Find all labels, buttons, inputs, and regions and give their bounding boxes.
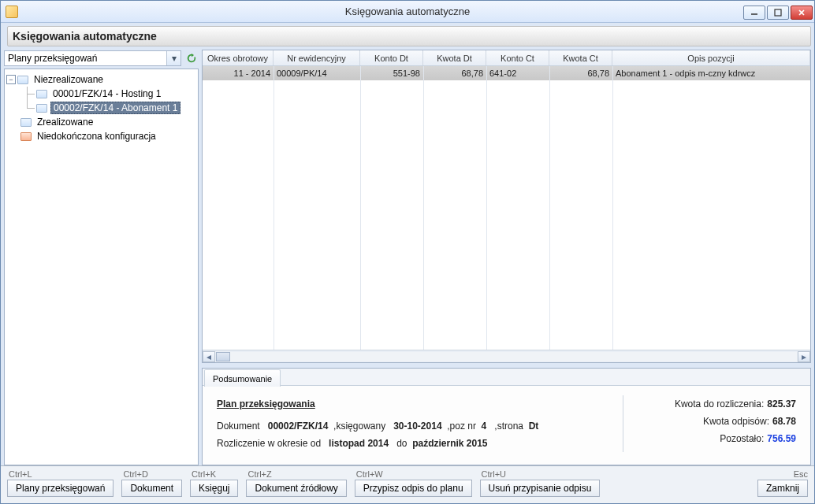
cell-opis: Abonament 1 - odpis m-czny kdrwcz bbox=[612, 69, 810, 78]
summary-total-label: Kwota do rozliczenia: bbox=[675, 395, 764, 413]
grid-hscroll[interactable]: ◂ ▸ bbox=[203, 350, 810, 362]
summary-odp-value: 68.78 bbox=[772, 413, 796, 430]
refresh-button[interactable] bbox=[184, 51, 199, 65]
summary-total-value: 825.37 bbox=[767, 395, 796, 413]
col-kwota-ct[interactable]: Kwota Ct bbox=[549, 50, 612, 65]
cell-konto-ct: 641-02 bbox=[486, 69, 549, 78]
tree-node-label: Niedokończona konfiguracja bbox=[35, 131, 158, 142]
summary-side-label: ,strona bbox=[494, 421, 523, 432]
tree-node-realized[interactable]: Zrealizowane bbox=[6, 115, 196, 129]
summary-left-label: Pozostało: bbox=[720, 430, 764, 447]
page-title: Księgowania automatyczne bbox=[13, 30, 157, 43]
cell-kwota-dt: 68,78 bbox=[423, 69, 486, 78]
close-button[interactable] bbox=[791, 6, 813, 20]
plans-dropdown[interactable]: Plany przeksięgowań ▾ bbox=[4, 50, 181, 66]
col-docno[interactable]: Nr ewidencyjny bbox=[274, 50, 360, 65]
cell-kwota-ct: 68,78 bbox=[549, 69, 612, 78]
tree-node-label: 00001/FZK/14 - Hosting 1 bbox=[50, 88, 163, 99]
scroll-right-icon[interactable]: ▸ bbox=[798, 351, 810, 362]
folder-icon bbox=[17, 76, 28, 84]
scroll-thumb[interactable] bbox=[216, 352, 230, 361]
col-konto-dt[interactable]: Konto Dt bbox=[360, 50, 423, 65]
col-kwota-dt[interactable]: Kwota Dt bbox=[423, 50, 486, 65]
summary-panel: Podsumowanie Plan przeksięgowania Dokume… bbox=[202, 368, 811, 465]
tree-node-incomplete[interactable]: Niedokończona konfiguracja bbox=[6, 129, 196, 143]
refresh-icon bbox=[186, 53, 197, 64]
minimize-button[interactable] bbox=[743, 6, 765, 20]
plans-dropdown-value: Plany przeksięgowań bbox=[8, 53, 97, 64]
plans-button[interactable]: Plany przeksięgowań bbox=[7, 480, 114, 497]
summary-total-row: Kwota do rozliczenia: 825.37 bbox=[635, 395, 796, 413]
collapse-icon[interactable]: − bbox=[6, 75, 16, 84]
tree-node-label: Zrealizowane bbox=[35, 117, 95, 128]
page-header: Księgowania automatyczne bbox=[7, 26, 811, 46]
summary-plan-heading: Plan przeksięgowania bbox=[217, 395, 623, 413]
grid-header-row: Okres obrotowy Nr ewidencyjny Konto Dt K… bbox=[203, 50, 810, 66]
footer-toolbar: Ctrl+LPlany przeksięgowań Ctrl+DDokument… bbox=[1, 465, 814, 503]
summary-period-to: październik 2015 bbox=[412, 438, 487, 449]
cell-konto-dt: 551-98 bbox=[360, 69, 423, 78]
unassign-button[interactable]: Usuń przypisanie odpisu bbox=[480, 480, 601, 497]
tree-leaf-abonament[interactable]: 00002/FZK/14 - Abonament 1 bbox=[6, 101, 196, 115]
grid-body[interactable]: 11 - 2014 00009/PK/14 551-98 68,78 641-0… bbox=[203, 66, 810, 350]
table-row[interactable]: 11 - 2014 00009/PK/14 551-98 68,78 641-0… bbox=[203, 66, 810, 80]
assign-button[interactable]: Przypisz odpis do planu bbox=[355, 480, 472, 497]
tree-leaf-hosting[interactable]: 00001/FZK/14 - Hosting 1 bbox=[6, 87, 196, 101]
col-opis[interactable]: Opis pozycji bbox=[612, 50, 810, 65]
document-button[interactable]: Dokument bbox=[121, 480, 182, 497]
summary-left-row: Pozostało: 756.59 bbox=[635, 430, 796, 447]
folder-icon bbox=[36, 104, 47, 113]
col-konto-ct[interactable]: Konto Ct bbox=[486, 50, 549, 65]
summary-period-to-label: do bbox=[396, 438, 407, 449]
shortcut-label: Ctrl+Z bbox=[246, 469, 271, 479]
summary-period-line: Rozliczenie w okresie od listopad 2014 d… bbox=[217, 435, 623, 452]
close-footer-button[interactable]: Zamknij bbox=[757, 480, 808, 497]
summary-side: Dt bbox=[529, 421, 539, 432]
summary-doc-no: 00002/FZK/14 bbox=[268, 421, 329, 432]
summary-doc-line: Dokument 00002/FZK/14 ,księgowany 30-10-… bbox=[217, 417, 623, 435]
folder-icon bbox=[20, 132, 32, 141]
summary-doc-label: Dokument bbox=[217, 421, 260, 432]
chevron-down-icon: ▾ bbox=[166, 51, 180, 65]
shortcut-label: Esc bbox=[792, 469, 808, 479]
entries-grid[interactable]: Okres obrotowy Nr ewidencyjny Konto Dt K… bbox=[202, 50, 811, 363]
cell-docno: 00009/PK/14 bbox=[274, 69, 360, 78]
shortcut-label: Ctrl+U bbox=[480, 469, 506, 479]
summary-booked-date: 30-10-2014 bbox=[393, 421, 441, 432]
summary-odp-row: Kwota odpisów: 68.78 bbox=[635, 413, 796, 430]
summary-booked-label: ,księgowany bbox=[333, 421, 385, 432]
folder-icon bbox=[36, 90, 47, 98]
cell-period: 11 - 2014 bbox=[203, 69, 274, 78]
shortcut-label: Ctrl+K bbox=[190, 469, 216, 479]
tree-node-label: 00002/FZK/14 - Abonament 1 bbox=[50, 102, 180, 114]
maximize-button[interactable] bbox=[767, 6, 789, 20]
post-button[interactable]: Księguj bbox=[190, 480, 238, 497]
summary-period-from: listopad 2014 bbox=[329, 438, 389, 449]
svg-rect-0 bbox=[775, 9, 781, 16]
summary-pos-no: 4 bbox=[482, 421, 487, 432]
app-icon bbox=[6, 6, 18, 18]
col-period[interactable]: Okres obrotowy bbox=[203, 50, 274, 65]
folder-icon bbox=[20, 118, 32, 127]
summary-period-label: Rozliczenie w okresie od bbox=[217, 438, 321, 449]
summary-left-value: 756.59 bbox=[767, 430, 796, 447]
tree-node-label: Niezrealizowane bbox=[32, 74, 106, 85]
plans-tree[interactable]: − Niezrealizowane 00001/FZK/14 - Hosting… bbox=[4, 69, 199, 465]
scroll-left-icon[interactable]: ◂ bbox=[203, 351, 215, 362]
shortcut-label: Ctrl+D bbox=[121, 469, 147, 479]
shortcut-label: Ctrl+W bbox=[355, 469, 383, 479]
source-doc-button[interactable]: Dokument źródłowy bbox=[246, 480, 346, 497]
title-bar: Księgowania automatyczne bbox=[1, 1, 814, 23]
app-window: Księgowania automatyczne Księgowania aut… bbox=[0, 0, 815, 504]
tree-node-unrealized[interactable]: − Niezrealizowane bbox=[6, 72, 196, 87]
tab-summary[interactable]: Podsumowanie bbox=[204, 369, 281, 387]
summary-odp-label: Kwota odpisów: bbox=[703, 413, 769, 430]
shortcut-label: Ctrl+L bbox=[7, 469, 32, 479]
summary-pos-label: ,poz nr bbox=[447, 421, 476, 432]
window-title: Księgowania automatyczne bbox=[345, 1, 470, 23]
